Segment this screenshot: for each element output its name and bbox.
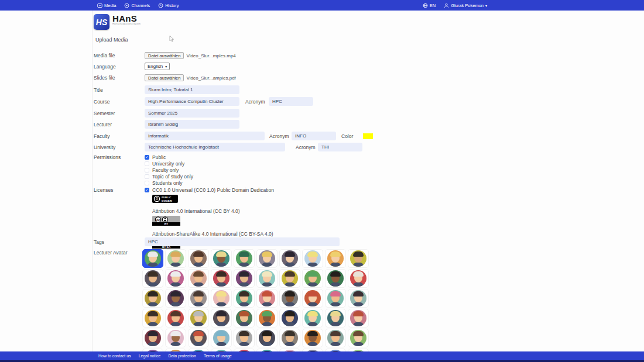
avatar-option-r2-c1[interactable]	[142, 269, 163, 288]
avatar-option-r1-c2[interactable]	[165, 249, 186, 268]
form-row-media-file: Media file Datei auswählen Video_Slur...…	[94, 52, 236, 59]
avatar-image	[213, 270, 229, 287]
avatar-option-r3-c9[interactable]	[325, 289, 346, 308]
avatar-option-r4-c8[interactable]	[302, 309, 323, 327]
semester-input[interactable]	[145, 109, 239, 118]
option-label[interactable]: Faculty only	[152, 167, 179, 173]
svg-text:DOMAIN: DOMAIN	[162, 199, 172, 202]
avatar-option-r4-c6[interactable]	[256, 309, 278, 327]
license-item: CC0 1.0 Universal (CC0 1.0) Public Domai…	[145, 187, 274, 205]
footer-link-data-protection[interactable]: Data protection	[168, 354, 196, 358]
avatar-image	[190, 330, 207, 346]
license-checkbox[interactable]	[145, 188, 149, 192]
avatar-option-r4-c1[interactable]	[142, 309, 163, 327]
avatar-option-r2-c4[interactable]	[211, 269, 232, 288]
avatar-option-r1-c6[interactable]	[256, 249, 278, 268]
avatar-option-r4-c5[interactable]	[234, 309, 255, 327]
faculty-input[interactable]	[145, 132, 265, 140]
slides-file-choose-button[interactable]: Datei auswählen	[145, 74, 184, 81]
option-label[interactable]: Public	[152, 154, 166, 160]
avatar-option-r3-c10[interactable]	[348, 289, 369, 308]
avatar-image	[282, 290, 298, 306]
avatar-option-r5-c7[interactable]	[279, 329, 300, 347]
avatar-image	[167, 310, 184, 326]
nav-item-history[interactable]: History	[158, 3, 179, 8]
option-label[interactable]: Students only	[152, 180, 183, 186]
avatar-option-r4-c9[interactable]	[325, 309, 346, 327]
avatar-option-r5-c6[interactable]	[256, 329, 278, 347]
course-acronym-input[interactable]	[269, 97, 313, 106]
faculty-acronym-input[interactable]	[292, 132, 336, 140]
avatar-option-r3-c1[interactable]	[142, 289, 163, 308]
avatar-option-r3-c4[interactable]	[211, 289, 232, 308]
license-label[interactable]: Attribution-ShareAlike 4.0 International…	[152, 231, 273, 237]
media-file-choose-button[interactable]: Datei auswählen	[145, 52, 184, 59]
avatar-option-r4-c10[interactable]	[348, 309, 369, 327]
checkbox[interactable]	[145, 174, 149, 179]
university-acronym-input[interactable]	[318, 143, 362, 151]
avatar-option-r1-c3[interactable]	[188, 249, 209, 268]
footer-link-legal-notice[interactable]: Legal notice	[139, 354, 161, 358]
avatar-option-r3-c7[interactable]	[279, 289, 300, 308]
avatar-option-r5-c5[interactable]	[234, 329, 255, 347]
checkbox[interactable]	[145, 168, 149, 173]
form-row-avatar: Lecturer Avatar	[94, 250, 145, 256]
avatar-option-r3-c6[interactable]	[256, 289, 278, 308]
language-switcher[interactable]: EN	[423, 3, 436, 8]
language-select[interactable]: English ▾	[145, 63, 170, 70]
license-label[interactable]: CC0 1.0 Universal (CC0 1.0) Public Domai…	[152, 187, 274, 193]
avatar-option-r3-c5[interactable]	[234, 289, 255, 308]
avatar-option-r1-c7[interactable]	[279, 249, 300, 268]
footer-link-how-to-contact-us[interactable]: How to contact us	[98, 354, 131, 358]
avatar-option-r1-c5[interactable]	[234, 249, 255, 268]
lecturer-input[interactable]	[145, 120, 239, 129]
university-input[interactable]	[145, 143, 285, 151]
faculty-color-swatch[interactable]	[363, 133, 373, 139]
avatar-option-r5-c2[interactable]	[165, 329, 186, 347]
nav-item-channels[interactable]: Channels	[124, 3, 150, 8]
avatar-option-r2-c2[interactable]	[165, 269, 186, 288]
option-label[interactable]: Topic of study only	[152, 174, 193, 180]
avatar-option-r5-c1[interactable]	[142, 329, 163, 347]
avatar-option-r2-c7[interactable]	[279, 269, 300, 288]
avatar-option-r3-c3[interactable]	[188, 289, 209, 308]
avatar-option-r5-c4[interactable]	[211, 329, 232, 347]
license-label[interactable]: Attribution 4.0 International (CC BY 4.0…	[152, 208, 240, 214]
checkbox[interactable]	[145, 181, 149, 185]
user-menu[interactable]: Glurak Pokemon ▾	[444, 3, 487, 8]
avatar-option-r2-c8[interactable]	[302, 269, 323, 288]
avatar-option-r2-c3[interactable]	[188, 269, 209, 288]
avatar-option-r4-c3[interactable]	[188, 309, 209, 327]
avatar-option-r2-c5[interactable]	[234, 269, 255, 288]
course-input[interactable]	[145, 97, 239, 106]
avatar-image	[236, 310, 252, 326]
form-row-language: Language English ▾	[94, 63, 170, 70]
checkbox[interactable]	[145, 161, 149, 166]
avatar-option-r5-c3[interactable]	[188, 329, 209, 347]
avatar-option-r4-c2[interactable]	[165, 309, 186, 327]
avatar-option-r4-c4[interactable]	[211, 309, 232, 327]
avatar-option-r1-c10[interactable]	[348, 249, 369, 268]
avatar-option-r2-c6[interactable]	[256, 269, 278, 288]
footer-link-terms-of-usage[interactable]: Terms of usage	[204, 354, 232, 358]
app-logo[interactable]: HS HAnS Hochschul-Assistenz-System	[94, 14, 158, 30]
nav-item-media[interactable]: Media	[97, 3, 116, 8]
field-label: Slides file	[94, 75, 145, 81]
avatar-option-r5-c10[interactable]	[348, 329, 369, 347]
avatar-option-r3-c8[interactable]	[302, 289, 323, 308]
checkbox[interactable]	[145, 155, 149, 160]
avatar-option-r4-c7[interactable]	[279, 309, 300, 327]
title-input[interactable]	[145, 85, 239, 94]
avatar-option-r5-c8[interactable]	[302, 329, 323, 347]
avatar-option-r5-c9[interactable]	[325, 329, 346, 347]
avatar-option-r1-c9[interactable]	[325, 249, 346, 268]
avatar-option-r3-c2[interactable]	[165, 289, 186, 308]
cc0-license-badge-icon: 0PUBLICDOMAIN	[152, 195, 274, 205]
option-label[interactable]: University only	[152, 161, 184, 167]
avatar-option-r1-c8[interactable]	[302, 249, 323, 268]
avatar-option-r1-c1[interactable]	[142, 249, 163, 268]
avatar-option-r2-c9[interactable]	[325, 269, 346, 288]
avatar-option-r1-c4[interactable]	[211, 249, 232, 268]
tags-input[interactable]	[145, 237, 340, 246]
avatar-option-r2-c10[interactable]	[348, 269, 369, 288]
